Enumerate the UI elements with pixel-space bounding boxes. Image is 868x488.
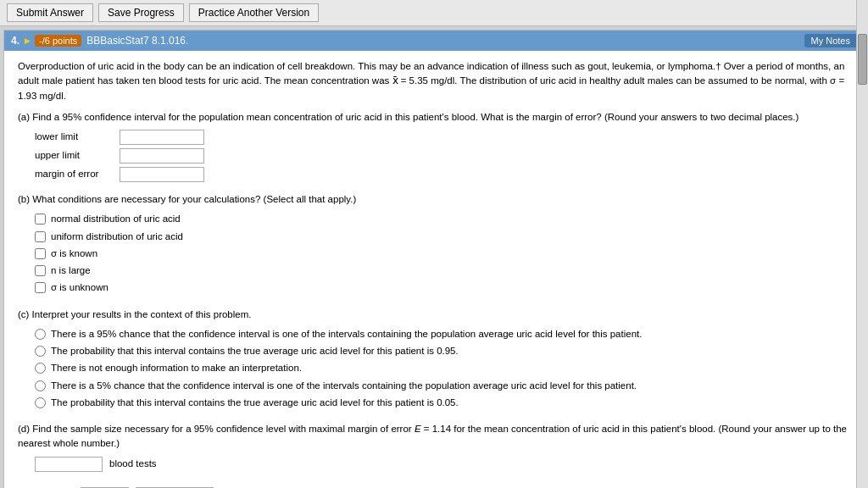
interpretation-2-row: The probability that this interval conta… [35, 344, 850, 358]
condition-1-checkbox[interactable] [35, 214, 46, 225]
margin-error-input[interactable] [120, 167, 204, 182]
condition-4-row: n is large [35, 263, 850, 278]
part-c-label: (c) Interpret your results in the contex… [18, 308, 850, 322]
condition-2-row: uniform distribution of uric acid [35, 230, 850, 244]
sample-size-input[interactable] [35, 457, 103, 472]
condition-5-row: σ is unknown [35, 280, 850, 295]
lower-limit-label: lower limit [35, 130, 120, 144]
upper-limit-label: upper limit [35, 148, 120, 163]
submit-answer-button[interactable]: Submit Answer [7, 3, 93, 22]
interpretation-3-radio[interactable] [35, 363, 46, 374]
upper-limit-input[interactable] [120, 148, 204, 164]
sample-size-row: blood tests [35, 457, 850, 472]
interpretation-4-radio[interactable] [35, 380, 46, 391]
interpretation-2-radio[interactable] [35, 346, 46, 357]
question-4-body: Overproduction of uric acid in the body … [4, 51, 864, 480]
condition-2-checkbox[interactable] [35, 231, 46, 242]
part-d-label: (d) Find the sample size necessary for a… [18, 422, 850, 452]
condition-5-checkbox[interactable] [35, 282, 46, 293]
condition-3-checkbox[interactable] [35, 248, 46, 259]
interpretation-3-label: There is not enough information to make … [51, 361, 302, 375]
condition-2-label: uniform distribution of uric acid [51, 230, 183, 244]
question-4-arrow: ▸ [25, 35, 30, 47]
part-b-label: (b) What conditions are necessary for yo… [18, 192, 850, 207]
margin-error-label: margin of error [35, 167, 120, 181]
question-4-code: BBBasicStat7 8.1.016. [86, 35, 188, 47]
interpretation-5-label: The probability that this interval conta… [51, 396, 459, 410]
scrollbar-thumb[interactable] [858, 34, 867, 85]
interpretation-5-radio[interactable] [35, 397, 46, 408]
interpretation-1-label: There is a 95% chance that the confidenc… [51, 327, 642, 341]
condition-1-label: normal distribution of uric acid [51, 212, 181, 226]
question-4-number: 4. [11, 35, 19, 47]
condition-5-label: σ is unknown [51, 280, 108, 295]
question-4-block: 4. ▸ -/6 points BBBasicStat7 8.1.016. My… [3, 30, 865, 488]
interpretation-2-label: The probability that this interval conta… [51, 344, 459, 358]
part-a-label: (a) Find a 95% confidence interval for t… [18, 110, 850, 125]
condition-4-checkbox[interactable] [35, 265, 46, 276]
scrollbar[interactable] [856, 0, 868, 488]
condition-3-label: σ is known [51, 247, 97, 261]
blood-tests-label: blood tests [109, 457, 157, 471]
question-4-my-notes-button[interactable]: My Notes [804, 34, 857, 47]
main-container: 4. ▸ -/6 points BBBasicStat7 8.1.016. My… [3, 30, 865, 488]
question-4-intro: Overproduction of uric acid in the body … [18, 59, 850, 103]
interpretation-5-row: The probability that this interval conta… [35, 396, 850, 410]
question-4-header: 4. ▸ -/6 points BBBasicStat7 8.1.016. My… [4, 30, 864, 51]
upper-limit-row: upper limit [35, 148, 850, 164]
interpretation-4-label: There is a 5% chance that the confidence… [51, 379, 637, 393]
lower-limit-input[interactable] [120, 130, 204, 145]
need-help-section: Need Help? Read It Talk to a Tutor [4, 480, 864, 489]
question-4-header-left: 4. ▸ -/6 points BBBasicStat7 8.1.016. [11, 35, 188, 47]
interpretation-1-radio[interactable] [35, 329, 46, 340]
interpretation-3-row: There is not enough information to make … [35, 361, 850, 375]
interpretation-1-row: There is a 95% chance that the confidenc… [35, 327, 850, 341]
condition-3-row: σ is known [35, 247, 850, 261]
margin-error-row: margin of error [35, 167, 850, 182]
condition-1-row: normal distribution of uric acid [35, 212, 850, 226]
condition-4-label: n is large [51, 263, 91, 278]
question-4-points: -/6 points [35, 35, 81, 47]
lower-limit-row: lower limit [35, 130, 850, 145]
practice-another-button[interactable]: Practice Another Version [189, 3, 319, 22]
save-progress-button[interactable]: Save Progress [98, 3, 184, 22]
top-toolbar: Submit Answer Save Progress Practice Ano… [0, 0, 868, 26]
interpretation-4-row: There is a 5% chance that the confidence… [35, 379, 850, 393]
